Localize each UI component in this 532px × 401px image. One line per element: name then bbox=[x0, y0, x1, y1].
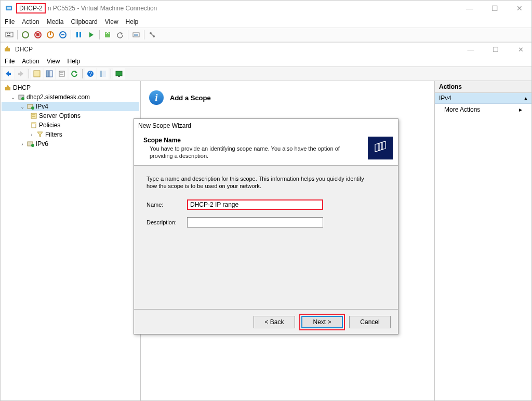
twisty-open-icon[interactable]: ⌄ bbox=[10, 95, 16, 100]
tree-ipv4[interactable]: ⌄ IPv4 bbox=[2, 102, 139, 111]
close-button[interactable]: ✕ bbox=[512, 4, 527, 12]
mmc-maximize-button[interactable]: ☐ bbox=[488, 46, 503, 54]
mmc-minimize-button[interactable]: — bbox=[463, 46, 478, 54]
vm-menu-help[interactable]: Help bbox=[126, 18, 139, 25]
tree-filters[interactable]: › Filters bbox=[2, 130, 139, 139]
next-button-highlight: Next > bbox=[299, 314, 345, 330]
mmc-toolbar: ? bbox=[1, 66, 531, 81]
svg-marker-17 bbox=[121, 32, 123, 35]
content-pane: i Add a Scope New Scope Wizard Scope Nam… bbox=[141, 81, 435, 400]
svg-point-43 bbox=[21, 97, 24, 100]
properties-icon[interactable] bbox=[97, 68, 109, 79]
mmc-close-button[interactable]: ✕ bbox=[513, 46, 528, 54]
vm-menu-clipboard[interactable]: Clipboard bbox=[71, 18, 97, 25]
twisty-closed-icon[interactable]: › bbox=[19, 141, 25, 147]
share-icon[interactable] bbox=[147, 29, 158, 41]
server-icon bbox=[17, 93, 25, 101]
help-icon[interactable]: ? bbox=[85, 68, 96, 79]
svg-rect-46 bbox=[31, 113, 36, 118]
svg-rect-38 bbox=[103, 71, 106, 77]
svg-rect-29 bbox=[46, 71, 49, 77]
policies-icon bbox=[30, 121, 38, 129]
actions-more[interactable]: More Actions ▸ bbox=[435, 104, 531, 115]
svg-rect-39 bbox=[116, 71, 122, 76]
vm-menu-view[interactable]: View bbox=[105, 18, 118, 25]
show-hide-action-icon[interactable] bbox=[44, 68, 55, 79]
tree-ipv6[interactable]: › IPv6 bbox=[2, 139, 139, 149]
name-input[interactable] bbox=[187, 199, 323, 210]
vm-title-suffix: n PC5525 - Virtual Machine Connection bbox=[48, 5, 157, 12]
mmc-menu-file[interactable]: File bbox=[5, 58, 15, 65]
svg-rect-16 bbox=[105, 32, 110, 37]
shutdown-icon[interactable] bbox=[45, 29, 56, 41]
name-label: Name: bbox=[147, 202, 187, 208]
forward-icon[interactable] bbox=[15, 68, 26, 79]
tree-server-label: dhcp2.sistemdesk.com bbox=[26, 93, 90, 101]
checkpoint-icon[interactable] bbox=[102, 29, 113, 41]
cancel-button[interactable]: Cancel bbox=[349, 316, 391, 328]
tree-policies[interactable]: Policies bbox=[2, 121, 139, 130]
server-options-icon bbox=[30, 112, 38, 120]
tree-server-options-label: Server Options bbox=[39, 112, 81, 119]
revert-icon[interactable] bbox=[114, 29, 126, 41]
ipv6-icon bbox=[26, 140, 35, 148]
vm-menubar: File Action Media Clipboard View Help bbox=[1, 16, 531, 28]
wizard-header: Scope Name You have to provide an identi… bbox=[134, 132, 398, 166]
twisty-closed-icon[interactable]: › bbox=[29, 132, 35, 138]
mmc-window: DHCP — ☐ ✕ File Action View Help ? bbox=[1, 42, 531, 400]
svg-rect-28 bbox=[34, 71, 40, 77]
svg-rect-13 bbox=[76, 32, 78, 37]
show-hide-tree-icon[interactable] bbox=[31, 68, 43, 79]
description-input[interactable] bbox=[187, 217, 323, 228]
vm-menu-media[interactable]: Media bbox=[47, 18, 64, 25]
start-icon[interactable] bbox=[20, 29, 31, 41]
ctrl-alt-del-icon[interactable] bbox=[4, 29, 15, 41]
actions-section-ipv4[interactable]: IPv4 ▴ bbox=[435, 93, 531, 104]
wizard-header-icon bbox=[368, 137, 393, 159]
svg-rect-8 bbox=[36, 33, 39, 36]
mmc-body: DHCP ⌄ dhcp2.sistemdesk.com ⌄ IPv4 Serve… bbox=[1, 81, 531, 400]
minimize-button[interactable]: — bbox=[462, 4, 477, 12]
mmc-menu-action[interactable]: Action bbox=[22, 58, 39, 65]
twisty-open-icon[interactable]: ⌄ bbox=[19, 104, 25, 110]
svg-line-22 bbox=[151, 34, 153, 36]
turnoff-icon[interactable] bbox=[32, 29, 44, 41]
svg-point-45 bbox=[31, 106, 34, 110]
back-button[interactable]: < Back bbox=[254, 316, 295, 328]
wizard-sub: You have to provide an identifying scope… bbox=[143, 145, 351, 160]
save-icon[interactable] bbox=[57, 29, 69, 41]
maximize-button[interactable]: ☐ bbox=[487, 4, 502, 12]
tree-ipv4-label: IPv4 bbox=[36, 103, 48, 110]
svg-rect-3 bbox=[7, 33, 8, 34]
monitor-icon[interactable] bbox=[113, 68, 125, 79]
refresh-icon[interactable] bbox=[69, 68, 80, 79]
mmc-title: DHCP bbox=[15, 46, 33, 53]
vm-title-highlight: DHCP-2 bbox=[16, 3, 46, 14]
pause-icon[interactable] bbox=[73, 29, 85, 41]
next-button[interactable]: Next > bbox=[301, 316, 343, 328]
svg-rect-37 bbox=[100, 71, 102, 77]
back-icon[interactable] bbox=[3, 68, 14, 79]
svg-rect-40 bbox=[118, 76, 120, 77]
vm-menu-action[interactable]: Action bbox=[22, 18, 39, 25]
export-list-icon[interactable] bbox=[56, 68, 68, 79]
vm-menu-file[interactable]: File bbox=[5, 18, 15, 25]
actions-more-label: More Actions bbox=[444, 106, 480, 113]
svg-point-52 bbox=[31, 144, 34, 147]
tree-server[interactable]: ⌄ dhcp2.sistemdesk.com bbox=[2, 92, 139, 102]
reset-icon[interactable] bbox=[86, 29, 97, 41]
description-label: Description: bbox=[147, 219, 187, 225]
wizard-dialog: New Scope Wizard Scope Name You have to … bbox=[134, 118, 398, 335]
dhcp-root-icon bbox=[4, 84, 12, 92]
svg-rect-19 bbox=[134, 34, 138, 36]
mmc-menu-view[interactable]: View bbox=[47, 58, 60, 65]
tree-server-options[interactable]: Server Options bbox=[2, 111, 139, 121]
svg-rect-30 bbox=[49, 71, 52, 77]
collapse-icon: ▴ bbox=[524, 95, 527, 102]
enhanced-session-icon[interactable] bbox=[130, 29, 142, 41]
mmc-menu-help[interactable]: Help bbox=[68, 58, 81, 65]
tree-root[interactable]: DHCP bbox=[2, 83, 139, 92]
svg-rect-50 bbox=[32, 123, 36, 124]
vm-toolbar bbox=[1, 28, 531, 42]
wizard-heading: Scope Name bbox=[143, 137, 368, 144]
